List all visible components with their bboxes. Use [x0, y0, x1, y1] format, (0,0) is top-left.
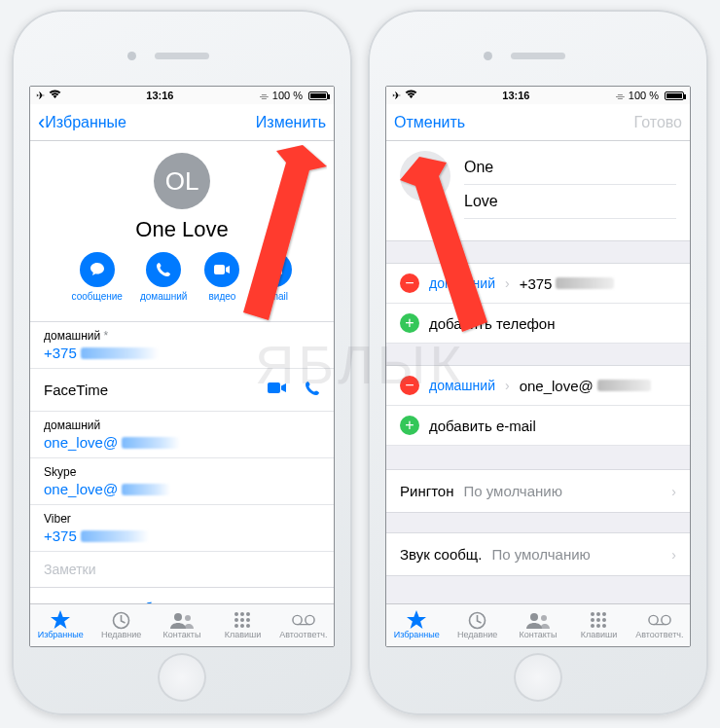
action-mail[interactable]: e-mail	[257, 252, 292, 302]
skype-row[interactable]: Skype one_love@	[30, 458, 334, 505]
tab-voicemail[interactable]: Автоответч.	[630, 604, 690, 646]
add-phone-icon[interactable]: +	[400, 313, 419, 333]
send-message-row[interactable]: Отправить сообщение	[30, 587, 334, 603]
add-photo-button[interactable]: фото	[400, 151, 450, 201]
nav-bar: Отменить Готово	[386, 104, 690, 141]
status-time: 13:16	[61, 90, 259, 101]
svg-point-25	[591, 618, 594, 622]
svg-point-20	[530, 613, 538, 621]
company-field[interactable]	[464, 219, 676, 235]
tab-keypad[interactable]: Клавиши	[212, 604, 272, 646]
tab-recents[interactable]: Недавние	[90, 604, 151, 646]
add-phone-row[interactable]: + добавить телефон	[386, 304, 690, 344]
facetime-row[interactable]: FaceTime	[30, 369, 334, 412]
facetime-audio-icon[interactable]	[305, 381, 320, 399]
email-edit-row[interactable]: − домашний › one_love@	[386, 366, 690, 406]
chevron-right-icon: ›	[671, 547, 676, 563]
svg-point-22	[591, 612, 594, 616]
nav-bar: ‹ Избранные Изменить	[30, 104, 334, 141]
email-row[interactable]: домашний one_love@	[30, 412, 334, 458]
svg-point-30	[602, 624, 606, 628]
keypad-icon	[587, 611, 610, 629]
phone-edit-row[interactable]: − домашний › +375	[386, 264, 690, 304]
add-email-icon[interactable]: +	[400, 416, 419, 435]
cancel-button[interactable]: Отменить	[394, 114, 465, 131]
bluetooth-icon: ⌯	[259, 91, 269, 101]
star-icon	[49, 611, 72, 629]
tab-contacts[interactable]: Контакты	[152, 604, 212, 646]
add-email-row[interactable]: + добавить e-mail	[386, 406, 690, 446]
battery-icon	[308, 91, 328, 100]
back-button[interactable]: ‹ Избранные	[38, 114, 126, 131]
notes-row[interactable]: Заметки	[30, 552, 334, 587]
screen-contact-edit: ✈︎ 13:16 ⌯ 100 % Отменить Готово фото On…	[385, 86, 691, 647]
battery-percent: 100 %	[272, 90, 303, 101]
home-button[interactable]	[514, 653, 562, 702]
star-icon	[405, 611, 428, 629]
back-label: Избранные	[45, 114, 126, 131]
svg-point-13	[240, 624, 244, 628]
clock-icon	[466, 611, 489, 629]
status-bar: ✈︎ 13:16 ⌯ 100 %	[30, 87, 334, 104]
tab-favorites[interactable]: Избранные	[386, 604, 447, 646]
svg-point-7	[240, 612, 244, 616]
contacts-icon	[170, 611, 194, 629]
contact-name: One Love	[30, 217, 334, 242]
airplane-icon: ✈︎	[392, 90, 401, 102]
svg-point-6	[234, 612, 238, 616]
ringtone-row[interactable]: Рингтон По умолчанию ›	[386, 469, 690, 513]
svg-point-32	[662, 615, 670, 624]
tab-voicemail[interactable]: Автоответч.	[273, 604, 334, 646]
svg-point-21	[541, 615, 547, 621]
last-name-field[interactable]: Love	[464, 185, 676, 219]
contacts-icon	[526, 611, 550, 629]
done-button[interactable]: Готово	[634, 114, 682, 131]
facetime-video-icon[interactable]	[268, 381, 287, 399]
svg-point-26	[596, 618, 600, 622]
svg-point-24	[602, 612, 606, 616]
device-right: ✈︎ 13:16 ⌯ 100 % Отменить Готово фото On…	[368, 10, 708, 715]
tab-bar: Избранные Недавние Контакты Клавиши Авто…	[386, 603, 690, 646]
svg-point-8	[246, 612, 250, 616]
svg-point-29	[596, 624, 600, 628]
svg-point-10	[240, 618, 244, 622]
wifi-icon	[405, 90, 417, 101]
chevron-right-icon: ›	[505, 275, 510, 291]
battery-icon	[665, 91, 684, 100]
svg-rect-0	[214, 265, 225, 274]
voicemail-icon	[648, 611, 671, 629]
edit-button[interactable]: Изменить	[256, 114, 326, 131]
svg-point-28	[591, 624, 594, 628]
phone-row[interactable]: домашний * +375	[30, 322, 334, 369]
home-button[interactable]	[158, 653, 206, 702]
action-video[interactable]: видео	[204, 252, 239, 302]
tab-favorites[interactable]: Избранные	[30, 604, 90, 646]
first-name-field[interactable]: One	[464, 151, 676, 185]
tab-keypad[interactable]: Клавиши	[568, 604, 629, 646]
keypad-icon	[231, 611, 254, 629]
svg-point-16	[306, 615, 314, 624]
device-left: ✈︎ 13:16 ⌯ 100 % ‹ Избранные Изменить OL…	[12, 10, 352, 715]
tab-bar: Избранные Недавние Контакты Клавиши Авто…	[30, 603, 334, 646]
status-time: 13:16	[417, 90, 615, 101]
delete-phone-icon[interactable]: −	[400, 273, 419, 293]
clock-icon	[110, 611, 133, 629]
voicemail-icon	[292, 611, 315, 629]
svg-point-14	[246, 624, 250, 628]
avatar[interactable]: OL	[154, 153, 210, 209]
tab-contacts[interactable]: Контакты	[508, 604, 568, 646]
action-message[interactable]: сообщение	[72, 252, 123, 302]
texttone-row[interactable]: Звук сообщ. По умолчанию ›	[386, 532, 690, 576]
airplane-icon: ✈︎	[36, 90, 45, 102]
delete-email-icon[interactable]: −	[400, 376, 419, 395]
svg-point-4	[174, 613, 182, 621]
status-bar: ✈︎ 13:16 ⌯ 100 %	[386, 87, 690, 104]
viber-row[interactable]: Viber +375	[30, 505, 334, 552]
svg-point-12	[234, 624, 238, 628]
bluetooth-icon: ⌯	[615, 91, 625, 101]
svg-point-27	[602, 618, 606, 622]
screen-contact-view: ✈︎ 13:16 ⌯ 100 % ‹ Избранные Изменить OL…	[29, 86, 335, 647]
tab-recents[interactable]: Недавние	[447, 604, 507, 646]
action-call[interactable]: домашний	[140, 252, 188, 302]
svg-rect-1	[267, 265, 282, 274]
